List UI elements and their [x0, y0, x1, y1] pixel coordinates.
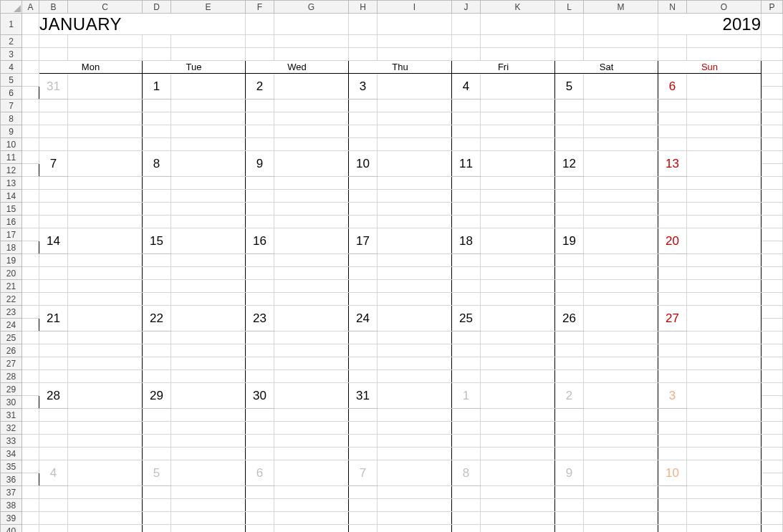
- cell-G26[interactable]: [274, 344, 349, 357]
- cell-F14[interactable]: [246, 190, 274, 203]
- calendar-day[interactable]: 12: [555, 151, 584, 177]
- cell-B19[interactable]: [39, 254, 68, 267]
- cell-I9[interactable]: [378, 125, 452, 138]
- cell-F27[interactable]: [246, 357, 274, 370]
- cell-D15[interactable]: [143, 203, 171, 216]
- cell-N14[interactable]: [658, 190, 687, 203]
- cell-J15[interactable]: [452, 203, 481, 216]
- cell-J33[interactable]: [452, 435, 481, 448]
- cell-F10[interactable]: [246, 138, 274, 151]
- calendar-day[interactable]: 30: [246, 383, 274, 409]
- row-header-40[interactable]: 40: [1, 525, 22, 533]
- calendar-day-notes[interactable]: [687, 460, 762, 486]
- cell-G9[interactable]: [274, 125, 349, 138]
- cell-G3[interactable]: [274, 48, 349, 61]
- cell-N8[interactable]: [658, 112, 687, 125]
- cell-E21[interactable]: [171, 280, 246, 293]
- cell-G34[interactable]: [274, 448, 349, 460]
- cell-C40[interactable]: [68, 525, 143, 533]
- cell-E27[interactable]: [171, 357, 246, 370]
- cell-P39[interactable]: [762, 512, 783, 525]
- cell-K40[interactable]: [481, 525, 555, 533]
- cell-A10[interactable]: [22, 138, 39, 151]
- row-header-7[interactable]: 7: [1, 100, 22, 112]
- cell-A2[interactable]: [22, 35, 39, 48]
- cell-A24[interactable]: [22, 319, 39, 332]
- row-header-34[interactable]: 34: [1, 448, 22, 460]
- cell-A13[interactable]: [22, 177, 39, 190]
- cell-M3[interactable]: [584, 48, 658, 61]
- cell-B40[interactable]: [39, 525, 68, 533]
- cell-G19[interactable]: [274, 254, 349, 267]
- cell-F8[interactable]: [246, 112, 274, 125]
- cell-L32[interactable]: [555, 422, 584, 435]
- cell-O19[interactable]: [687, 254, 762, 267]
- column-header-C[interactable]: C: [68, 1, 143, 14]
- calendar-day[interactable]: 2: [555, 383, 584, 409]
- cell-P2[interactable]: [762, 35, 783, 48]
- cell-I38[interactable]: [378, 499, 452, 512]
- cell-H9[interactable]: [349, 125, 378, 138]
- cell-M10[interactable]: [584, 138, 658, 151]
- cell-D22[interactable]: [143, 293, 171, 306]
- cell-N37[interactable]: [658, 486, 687, 499]
- cell-F22[interactable]: [246, 293, 274, 306]
- cell-A15[interactable]: [22, 203, 39, 216]
- cell-A36[interactable]: [22, 473, 39, 486]
- cell-A23[interactable]: [22, 306, 39, 319]
- cell-C8[interactable]: [68, 112, 143, 125]
- cell-H3[interactable]: [349, 48, 378, 61]
- cell-O39[interactable]: [687, 512, 762, 525]
- cell-P8[interactable]: [762, 112, 783, 125]
- cell-A28[interactable]: [22, 370, 39, 383]
- cell-H38[interactable]: [349, 499, 378, 512]
- row-header-2[interactable]: 2: [1, 35, 22, 48]
- calendar-day-notes[interactable]: [584, 228, 658, 254]
- cell-P38[interactable]: [762, 499, 783, 512]
- cell-B32[interactable]: [39, 422, 68, 435]
- calendar-day-notes[interactable]: [481, 228, 555, 254]
- row-header-19[interactable]: 19: [1, 254, 22, 267]
- calendar-day[interactable]: 31: [349, 383, 378, 409]
- cell-F34[interactable]: [246, 448, 274, 460]
- cell-N20[interactable]: [658, 267, 687, 280]
- cell-I39[interactable]: [378, 512, 452, 525]
- cell-B20[interactable]: [39, 267, 68, 280]
- cell-O38[interactable]: [687, 499, 762, 512]
- cell-A31[interactable]: [22, 409, 39, 422]
- cell-H37[interactable]: [349, 486, 378, 499]
- cell-J16[interactable]: [452, 216, 481, 228]
- row-header-28[interactable]: 28: [1, 370, 22, 383]
- cell-L2[interactable]: [555, 35, 584, 48]
- cell-L14[interactable]: [555, 190, 584, 203]
- cell-L22[interactable]: [555, 293, 584, 306]
- cell-B39[interactable]: [39, 512, 68, 525]
- cell-N38[interactable]: [658, 499, 687, 512]
- cell-I32[interactable]: [378, 422, 452, 435]
- column-header-H[interactable]: H: [349, 1, 378, 14]
- cell-L40[interactable]: [555, 525, 584, 533]
- calendar-day[interactable]: 6: [658, 74, 687, 100]
- calendar-day-notes[interactable]: [171, 151, 246, 177]
- cell-K1[interactable]: [481, 14, 555, 35]
- calendar-day[interactable]: 5: [143, 460, 171, 486]
- cell-O40[interactable]: [687, 525, 762, 533]
- cell-A8[interactable]: [22, 112, 39, 125]
- row-header-5[interactable]: 5: [1, 74, 22, 87]
- cell-I28[interactable]: [378, 370, 452, 383]
- cell-H1[interactable]: [349, 14, 378, 35]
- cell-E40[interactable]: [171, 525, 246, 533]
- row-header-13[interactable]: 13: [1, 177, 22, 190]
- cell-C25[interactable]: [68, 332, 143, 344]
- cell-H21[interactable]: [349, 280, 378, 293]
- calendar-day-notes[interactable]: [687, 383, 762, 409]
- cell-O27[interactable]: [687, 357, 762, 370]
- cell-J28[interactable]: [452, 370, 481, 383]
- cell-H10[interactable]: [349, 138, 378, 151]
- cell-O10[interactable]: [687, 138, 762, 151]
- calendar-day[interactable]: 9: [246, 151, 274, 177]
- cell-B31[interactable]: [39, 409, 68, 422]
- cell-H25[interactable]: [349, 332, 378, 344]
- cell-K32[interactable]: [481, 422, 555, 435]
- cell-I2[interactable]: [378, 35, 452, 48]
